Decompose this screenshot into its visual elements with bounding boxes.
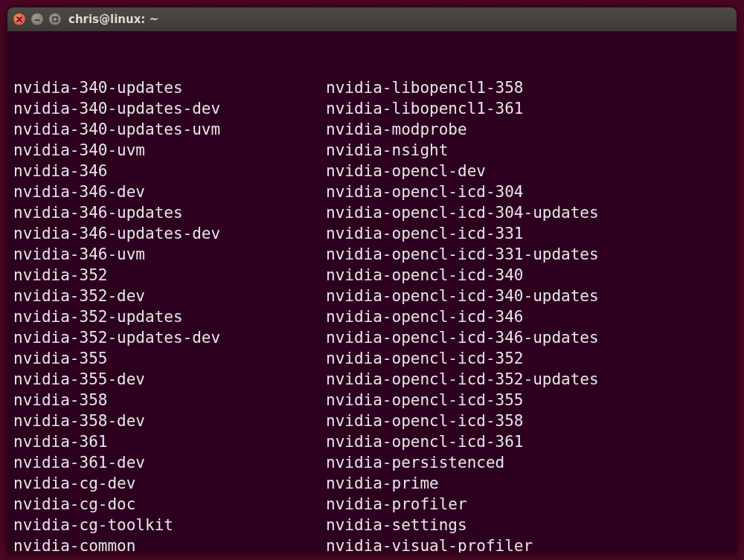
window-title: chris@linux: ~ xyxy=(68,13,158,26)
titlebar[interactable]: chris@linux: ~ xyxy=(7,7,737,31)
svg-rect-0 xyxy=(53,17,57,22)
listing-column-right: nvidia-libopencl1-358 nvidia-libopencl1-… xyxy=(326,77,731,553)
maximize-icon xyxy=(51,16,59,23)
tab-completion-listing: nvidia-340-updates nvidia-340-updates-de… xyxy=(13,77,731,553)
minimize-icon xyxy=(33,16,41,23)
terminal-viewport[interactable]: nvidia-340-updates nvidia-340-updates-de… xyxy=(7,31,737,553)
maximize-button[interactable] xyxy=(49,13,61,25)
minimize-button[interactable] xyxy=(31,13,43,25)
close-icon xyxy=(16,16,23,23)
listing-column-left: nvidia-340-updates nvidia-340-updates-de… xyxy=(13,77,326,553)
window-buttons xyxy=(13,13,61,25)
terminal-window: chris@linux: ~ nvidia-340-updates nvidia… xyxy=(7,7,737,553)
close-button[interactable] xyxy=(13,13,25,25)
